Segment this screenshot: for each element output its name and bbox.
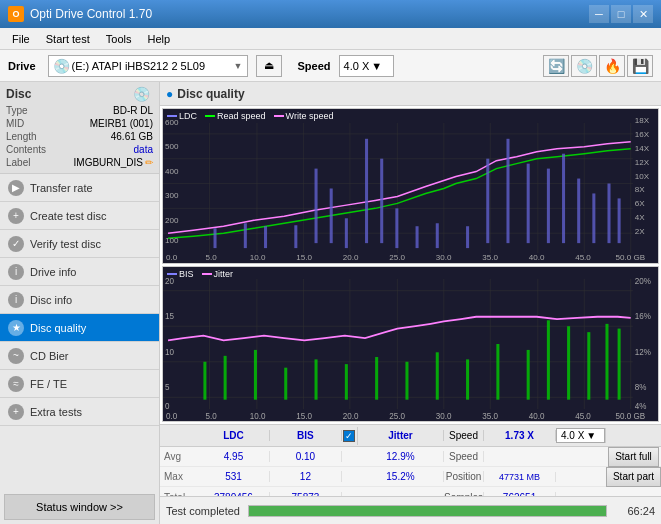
close-button[interactable]: ✕ xyxy=(633,5,653,23)
svg-text:10: 10 xyxy=(165,346,174,357)
bis-header: BIS xyxy=(270,430,342,441)
svg-text:40.0: 40.0 xyxy=(529,410,545,421)
sidebar-item-transfer-rate[interactable]: ▶ Transfer rate xyxy=(0,174,159,202)
svg-rect-18 xyxy=(264,226,267,248)
speed-arrow: ▼ xyxy=(371,60,382,72)
sidebar: Disc 💿 Type BD-R DL MID MEIRB1 (001) Len… xyxy=(0,82,160,524)
svg-text:20%: 20% xyxy=(635,275,651,286)
svg-rect-79 xyxy=(203,362,206,400)
sidebar-item-verify-test-disc[interactable]: ✓ Verify test disc xyxy=(0,230,159,258)
content-area: ● Disc quality LDC Read speed xyxy=(160,82,661,524)
svg-rect-37 xyxy=(618,198,621,243)
svg-rect-92 xyxy=(567,326,570,399)
maximize-button[interactable]: □ xyxy=(611,5,631,23)
svg-text:30.0: 30.0 xyxy=(436,410,452,421)
svg-rect-36 xyxy=(607,184,610,244)
sidebar-item-cd-bier[interactable]: ~ CD Bier xyxy=(0,342,159,370)
avg-ldc: 4.95 xyxy=(198,451,270,462)
disc-quality-label: Disc quality xyxy=(30,322,86,334)
svg-text:8X: 8X xyxy=(635,186,646,195)
progress-bar xyxy=(248,505,607,517)
save-button[interactable]: 💾 xyxy=(627,55,653,77)
start-part-button[interactable]: Start part xyxy=(606,467,661,487)
jitter-checkbox[interactable]: ✓ xyxy=(343,430,355,442)
svg-rect-0 xyxy=(163,109,658,263)
bis-chart-svg: 20 15 10 5 0 0.0 5.0 10.0 15.0 20.0 25.0… xyxy=(163,267,658,421)
menu-tools[interactable]: Tools xyxy=(98,31,140,47)
speed-header-label: Speed xyxy=(444,430,484,441)
menu-help[interactable]: Help xyxy=(139,31,178,47)
svg-rect-25 xyxy=(395,208,398,248)
bis-legend-dot xyxy=(167,273,177,275)
svg-rect-33 xyxy=(562,154,565,243)
sidebar-item-extra-tests[interactable]: + Extra tests xyxy=(0,398,159,426)
jitter-legend-dot xyxy=(202,273,212,275)
disc-icon: 💿 xyxy=(133,86,153,102)
disc-length-value: 46.61 GB xyxy=(56,131,153,142)
avg-row: Avg 4.95 0.10 12.9% Speed Start full xyxy=(160,447,661,467)
sidebar-item-disc-info[interactable]: i Disc info xyxy=(0,286,159,314)
drive-selector[interactable]: 💿 (E:) ATAPI iHBS212 2 5L09 ▼ xyxy=(48,55,248,77)
sidebar-item-fe-te[interactable]: ≈ FE / TE xyxy=(0,370,159,398)
svg-text:20.0: 20.0 xyxy=(343,253,359,262)
eject-button[interactable]: ⏏ xyxy=(256,55,282,77)
minimize-button[interactable]: ─ xyxy=(589,5,609,23)
disc-label-row: Label IMGBURN_DIS ✏ xyxy=(6,156,153,169)
max-ldc: 531 xyxy=(198,471,270,482)
svg-rect-95 xyxy=(618,329,621,400)
start-full-button[interactable]: Start full xyxy=(608,447,659,467)
checkbox-check: ✓ xyxy=(345,431,353,441)
sidebar-item-drive-info[interactable]: i Drive info xyxy=(0,258,159,286)
read-speed-legend-text: Read speed xyxy=(217,111,266,121)
extra-tests-label: Extra tests xyxy=(30,406,82,418)
svg-text:400: 400 xyxy=(165,167,179,176)
status-window-button[interactable]: Status window >> xyxy=(4,494,155,520)
nav-items: ▶ Transfer rate + Create test disc ✓ Ver… xyxy=(0,174,159,490)
avg-label: Avg xyxy=(160,451,198,462)
title-bar: O Opti Drive Control 1.70 ─ □ ✕ xyxy=(0,0,661,28)
svg-text:5: 5 xyxy=(165,382,170,393)
speed-label: Speed xyxy=(298,60,331,72)
svg-rect-35 xyxy=(592,193,595,243)
burn-button[interactable]: 🔥 xyxy=(599,55,625,77)
svg-text:35.0: 35.0 xyxy=(482,253,498,262)
disc-type-label: Type xyxy=(6,105,56,116)
disc-section: Disc 💿 Type BD-R DL MID MEIRB1 (001) Len… xyxy=(0,82,159,174)
disc-button[interactable]: 💿 xyxy=(571,55,597,77)
speed-dropdown[interactable]: 4.0 X ▼ xyxy=(556,428,605,443)
max-label: Max xyxy=(160,471,198,482)
svg-text:25.0: 25.0 xyxy=(389,410,405,421)
disc-quality-icon: ★ xyxy=(8,320,24,336)
max-position-val: 47731 MB xyxy=(484,472,556,482)
svg-text:4X: 4X xyxy=(635,213,646,222)
disc-quality-header: ● Disc quality xyxy=(160,82,661,106)
sidebar-item-disc-quality[interactable]: ★ Disc quality xyxy=(0,314,159,342)
menu-start-test[interactable]: Start test xyxy=(38,31,98,47)
avg-bis: 0.10 xyxy=(270,451,342,462)
svg-text:50.0 GB: 50.0 GB xyxy=(616,253,646,262)
svg-rect-81 xyxy=(254,350,257,400)
app-title: Opti Drive Control 1.70 xyxy=(30,7,152,21)
svg-rect-22 xyxy=(345,218,348,248)
svg-rect-28 xyxy=(466,226,469,248)
speed-val-header: 1.73 X xyxy=(505,430,534,441)
toolbar-icons: 🔄 💿 🔥 💾 xyxy=(543,55,653,77)
svg-rect-34 xyxy=(577,179,580,244)
menu-file[interactable]: File xyxy=(4,31,38,47)
app-icon: O xyxy=(8,6,24,22)
read-speed-legend-dot xyxy=(205,115,215,117)
max-bis: 12 xyxy=(270,471,342,482)
svg-text:8%: 8% xyxy=(635,382,647,393)
main-area: Disc 💿 Type BD-R DL MID MEIRB1 (001) Len… xyxy=(0,82,661,524)
svg-text:100: 100 xyxy=(165,236,179,245)
svg-text:18X: 18X xyxy=(635,116,650,125)
sidebar-item-create-test-disc[interactable]: + Create test disc xyxy=(0,202,159,230)
edit-icon[interactable]: ✏ xyxy=(145,157,153,168)
speed-selector[interactable]: 4.0 X ▼ xyxy=(339,55,394,77)
svg-rect-26 xyxy=(416,226,419,248)
disc-label-value: IMGBURN_DIS xyxy=(74,157,143,168)
write-speed-legend-text: Write speed xyxy=(286,111,334,121)
refresh-button[interactable]: 🔄 xyxy=(543,55,569,77)
svg-text:6X: 6X xyxy=(635,199,646,208)
disc-info-icon: i xyxy=(8,292,24,308)
